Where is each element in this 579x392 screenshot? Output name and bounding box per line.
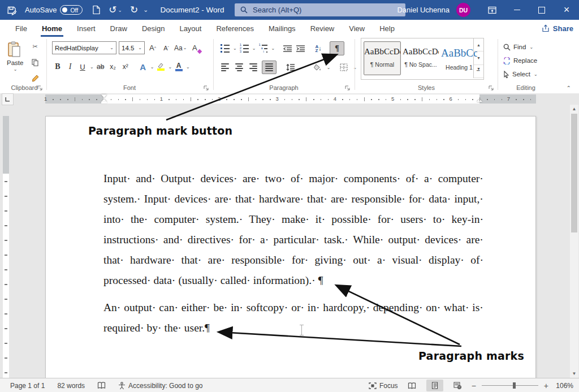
horizontal-ruler[interactable]: 11234567 [45, 94, 536, 104]
select-button[interactable]: Select⌄ [503, 67, 538, 81]
line-spacing-button[interactable] [284, 61, 296, 74]
change-case-button[interactable]: Aa⌄ [174, 42, 187, 54]
justify-button[interactable] [262, 61, 276, 74]
paragraph-dialog-launcher-icon[interactable] [345, 85, 351, 91]
zoom-in-icon[interactable]: + [544, 381, 548, 390]
decrease-indent-button[interactable] [282, 42, 293, 55]
focus-button[interactable]: Focus [369, 382, 398, 390]
strikethrough-button[interactable]: ab [95, 61, 106, 73]
increase-indent-button[interactable] [295, 42, 306, 55]
format-painter-icon[interactable] [29, 72, 41, 84]
italic-button[interactable]: I [64, 61, 76, 73]
find-chevron-icon[interactable]: ⌄ [529, 45, 533, 50]
new-document-icon[interactable] [92, 5, 101, 15]
style-card--normal[interactable]: AaBbCcDc¶ Normal [364, 41, 401, 75]
style-card--no-spac-[interactable]: AaBbCcDc¶ No Spac... [402, 41, 439, 75]
tab-view[interactable]: View [342, 20, 372, 37]
tab-design[interactable]: Design [135, 20, 172, 37]
clipboard-dialog-launcher-icon[interactable] [37, 85, 43, 91]
shading-chevron-icon[interactable]: ⌄ [327, 65, 331, 70]
search-input[interactable]: Search (Alt+Q) [235, 3, 405, 16]
tab-review[interactable]: Review [303, 20, 342, 37]
text-effects-chevron-icon[interactable]: ⌄ [150, 64, 154, 70]
highlight-chevron-icon[interactable]: ⌄ [168, 64, 172, 70]
tab-file[interactable]: File [8, 20, 34, 37]
read-mode-icon[interactable] [404, 380, 421, 391]
close-button[interactable]: × [554, 0, 579, 20]
tab-help[interactable]: Help [372, 20, 402, 37]
autosave-toggle[interactable]: AutoSave Off [25, 5, 83, 15]
zoom-slider[interactable] [482, 385, 538, 386]
font-size-combobox[interactable]: 14.5⌄ [119, 41, 145, 54]
undo-button[interactable]: ↺⌄ [109, 5, 122, 15]
save-icon[interactable] [7, 5, 17, 15]
scroll-up-icon[interactable]: ▲ [570, 105, 578, 113]
tab-draw[interactable]: Draw [103, 20, 135, 37]
user-name[interactable]: Daniel Uchenna [397, 6, 450, 14]
replace-button[interactable]: bc Replace [503, 54, 538, 67]
shrink-font-button[interactable]: Aˇ [161, 42, 172, 54]
subscript-button[interactable]: x₂ [107, 61, 119, 73]
vertical-ruler[interactable] [3, 116, 9, 378]
redo-button[interactable]: ↻ [130, 5, 138, 15]
sort-button[interactable]: AZ↓ [313, 42, 324, 55]
first-line-indent-marker[interactable] [101, 94, 107, 98]
web-layout-icon[interactable] [449, 380, 466, 391]
tab-stop-selector[interactable] [2, 93, 14, 105]
minimize-button[interactable] [504, 0, 529, 20]
autosave-pill[interactable]: Off [60, 5, 83, 15]
ribbon-display-options-icon[interactable] [479, 0, 504, 20]
style-card-heading-1[interactable]: AaBbCcDcHeading 1 [440, 41, 478, 75]
numbering-button[interactable]: 123 [239, 42, 250, 55]
underline-chevron-icon[interactable]: ⌄ [90, 64, 94, 70]
highlight-color-button[interactable] [155, 61, 166, 73]
print-layout-icon[interactable] [426, 380, 443, 391]
word-count[interactable]: 82 words [57, 382, 85, 390]
styles-more-icon[interactable]: ▼▔ [474, 65, 483, 78]
clear-formatting-button[interactable]: A [189, 42, 200, 54]
font-name-combobox[interactable]: RedHatDisplay⌄ [52, 41, 116, 54]
font-color-chevron-icon[interactable]: ⌄ [186, 64, 190, 70]
document-text[interactable]: Input·and·Output·devices·are·two·of·majo… [103, 173, 483, 349]
zoom-out-icon[interactable]: − [472, 381, 476, 390]
collapse-ribbon-icon[interactable]: ⌃ [567, 85, 571, 91]
vertical-scrollbar[interactable]: ▲ ▼ [570, 105, 578, 378]
numbering-chevron-icon[interactable]: ⌄ [252, 46, 256, 51]
document-page[interactable]: Input·and·Output·devices·are·two·of·majo… [45, 116, 536, 378]
font-dialog-launcher-icon[interactable] [204, 85, 209, 91]
align-right-button[interactable] [248, 61, 259, 74]
paste-button[interactable]: Paste ⌄ [7, 41, 23, 72]
styles-scroll-down-icon[interactable]: ▼ [474, 51, 483, 64]
avatar[interactable]: DU [456, 3, 470, 17]
paste-chevron-icon[interactable]: ⌄ [7, 67, 23, 72]
bullets-chevron-icon[interactable]: ⌄ [233, 46, 237, 51]
multilevel-list-button[interactable]: 1ai [257, 42, 269, 55]
proofing-icon[interactable] [97, 382, 106, 389]
shading-button[interactable] [312, 61, 323, 74]
select-chevron-icon[interactable]: ⌄ [534, 72, 538, 77]
tab-layout[interactable]: Layout [172, 20, 209, 37]
scrollbar-thumb[interactable] [571, 114, 577, 232]
find-button[interactable]: Find⌄ [503, 40, 538, 54]
customize-qat-icon[interactable]: ⌄ [143, 6, 148, 14]
font-color-button[interactable]: A [173, 61, 184, 73]
bold-button[interactable]: B [52, 61, 63, 73]
align-center-button[interactable] [234, 61, 245, 74]
tab-mailings[interactable]: Mailings [261, 20, 303, 37]
styles-dialog-launcher-icon[interactable] [489, 85, 494, 91]
copy-icon[interactable] [29, 56, 41, 68]
maximize-button[interactable] [529, 0, 554, 20]
accessibility-status[interactable]: Accessibility: Good to go [118, 382, 202, 390]
text-effects-button[interactable]: A [137, 61, 149, 73]
borders-button[interactable] [338, 61, 349, 74]
zoom-level[interactable]: 106% [554, 382, 573, 390]
multilevel-chevron-icon[interactable]: ⌄ [271, 46, 275, 51]
left-indent-marker[interactable] [101, 102, 107, 104]
underline-button[interactable]: U [77, 61, 88, 73]
tab-references[interactable]: References [209, 20, 261, 37]
line-spacing-chevron-icon[interactable]: ⌄ [299, 65, 303, 70]
tab-home[interactable]: Home [34, 20, 70, 37]
share-button[interactable]: Share [536, 21, 579, 35]
superscript-button[interactable]: x² [120, 61, 131, 73]
styles-scroll-up-icon[interactable]: ▲ [474, 38, 483, 51]
